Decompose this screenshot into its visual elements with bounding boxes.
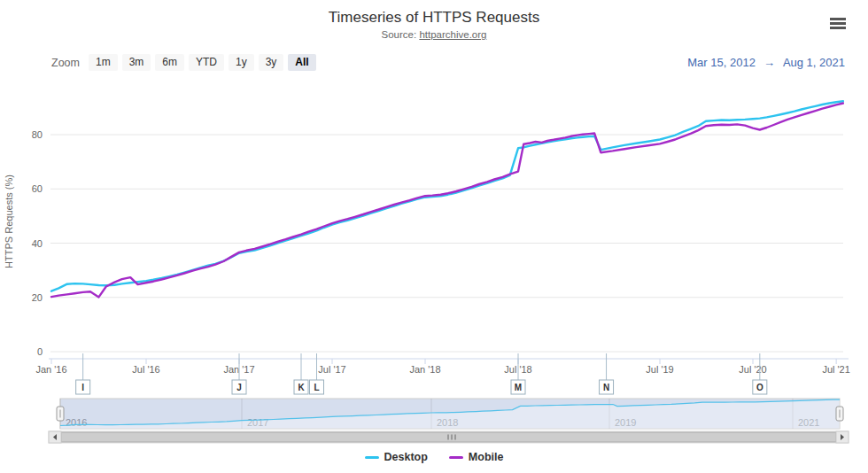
y-axis-label: 0 [37, 346, 43, 357]
y-axis-label: 20 [32, 292, 43, 303]
navigator-left-handle[interactable] [57, 407, 64, 421]
legend-line-marker-icon [449, 456, 463, 459]
legend-item-mobile[interactable]: Mobile [449, 451, 504, 463]
flag-label: K [298, 383, 305, 392]
https-timeseries-chart: Timeseries of HTTPS Requests Source: htt… [0, 0, 868, 473]
x-axis-label: Jul '17 [318, 364, 345, 375]
y-axis-label: 80 [32, 129, 43, 140]
x-axis-label: Jan '18 [409, 364, 440, 375]
series-group [51, 101, 843, 297]
x-axis-label: Jul '19 [646, 364, 673, 375]
x-axis-label: Jan '16 [35, 364, 66, 375]
y-axis-label: 40 [32, 238, 43, 249]
legend: DesktopMobile [0, 451, 868, 463]
scrollbar-right-arrow[interactable] [836, 431, 849, 443]
legend-item-desktop[interactable]: Desktop [365, 451, 428, 463]
flag-label: L [314, 383, 319, 392]
flag-label: M [515, 383, 522, 392]
scrollbar-left-arrow[interactable] [49, 431, 61, 443]
legend-line-marker-icon [365, 456, 379, 459]
navigator-right-handle[interactable] [836, 407, 843, 421]
series-mobile-line[interactable] [51, 104, 843, 298]
flag-label: N [603, 383, 609, 392]
y-axis-label: 60 [32, 183, 43, 194]
x-axis-label: Jul '20 [739, 364, 766, 375]
flag-label: J [236, 383, 242, 392]
flag-K[interactable]: K [294, 353, 308, 394]
legend-label: Desktop [384, 451, 428, 463]
x-axis-label: Jul '16 [132, 364, 159, 375]
flag-label: O [756, 383, 763, 392]
series-desktop-line[interactable] [51, 101, 843, 291]
flag-N[interactable]: N [600, 353, 614, 394]
legend-label: Mobile [469, 451, 504, 463]
plot-canvas: 020406080Jan '16Jul '16Jan '17Jul '17Jan… [0, 0, 868, 473]
x-axis-label: Jul '21 [822, 364, 849, 375]
flag-label: I [81, 383, 84, 392]
flag-I[interactable]: I [76, 353, 90, 394]
